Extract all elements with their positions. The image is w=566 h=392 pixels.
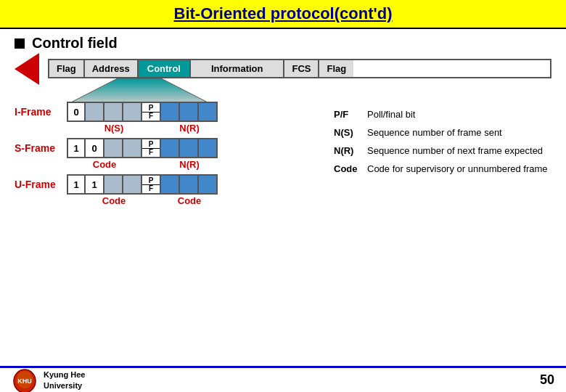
u-frame-row: U-Frame 1 1 PF Code Code xyxy=(15,174,327,206)
u-frame-label: U-Frame xyxy=(15,179,67,190)
legend-val-nr: Sequence number of next frame expected xyxy=(367,145,543,158)
u-code5 xyxy=(199,174,218,195)
legend-area: P/F Poll/final bit N(S) Sequence number … xyxy=(334,102,551,211)
main-content: Control field Flag Address Control Infor… xyxy=(0,29,566,211)
bit-ns3 xyxy=(123,102,142,122)
u-frame-cells: 1 1 PF xyxy=(67,174,218,195)
legend-pf: P/F Poll/final bit xyxy=(334,109,551,121)
legend-val-pf: Poll/final bit xyxy=(367,109,415,121)
frames-area: I-Frame 0 PF N(S) xyxy=(15,102,327,211)
cell-control: Control xyxy=(139,60,191,77)
bit-nr1 xyxy=(161,102,180,122)
legend-key-nr: N(R) xyxy=(334,145,361,156)
u-code-label2: Code xyxy=(161,195,218,206)
i-frame-cells: 0 PF xyxy=(67,102,218,122)
frame-header-bar: Flag Address Control Information FCS Fla… xyxy=(48,59,551,78)
frame-header-area: Flag Address Control Information FCS Fla… xyxy=(15,59,551,78)
u-code2 xyxy=(123,174,142,195)
s-frame-cells: 1 0 PF xyxy=(67,138,218,158)
cone-svg xyxy=(48,78,251,105)
s-code1 xyxy=(104,138,123,158)
u-pf: PF xyxy=(142,174,161,195)
s-nr3 xyxy=(199,138,218,158)
svg-marker-0 xyxy=(67,78,212,105)
s-pf: PF xyxy=(142,138,161,158)
cone-area xyxy=(48,78,551,105)
legend-nr: N(R) Sequence number of next frame expec… xyxy=(334,145,551,158)
frames-and-legend: I-Frame 0 PF N(S) xyxy=(15,102,551,211)
s-bit-1: 1 xyxy=(67,138,86,158)
page-number: 50 xyxy=(540,372,554,388)
i-frame-row: I-Frame 0 PF N(S) xyxy=(15,102,327,134)
u-code3 xyxy=(161,174,180,195)
legend-val-code: Code for supervisory or unnumbered frame xyxy=(367,163,548,176)
cell-information: Information xyxy=(191,60,285,77)
legend-val-ns: Sequence number of frame sent xyxy=(367,127,502,139)
legend-key-pf: P/F xyxy=(334,109,361,120)
s-code-label: Code xyxy=(86,159,123,170)
legend-key-code: Code xyxy=(334,163,361,174)
university-line2: University xyxy=(44,380,85,391)
university-logo: KHU Kyung Hee University xyxy=(12,367,85,393)
u-frame-bits: U-Frame 1 1 PF xyxy=(15,174,327,195)
u-code4 xyxy=(180,174,199,195)
i-frame-bits: I-Frame 0 PF xyxy=(15,102,327,122)
bullet-square xyxy=(15,38,25,49)
legend-key-ns: N(S) xyxy=(334,127,361,138)
cell-flag1: Flag xyxy=(49,60,85,77)
title-bar: Bit-Oriented protocol(cont'd) xyxy=(0,0,566,29)
nr-label: N(R) xyxy=(161,123,218,134)
bottom-bar: KHU Kyung Hee University 50 xyxy=(0,366,566,392)
cell-fcs: FCS xyxy=(284,60,319,77)
bit-pf: PF xyxy=(142,102,161,122)
cell-flag2: Flag xyxy=(319,60,353,77)
s-frame-label: S-Frame xyxy=(15,142,67,154)
s-nr1 xyxy=(161,138,180,158)
bit-0: 0 xyxy=(67,102,86,122)
s-bit-0: 0 xyxy=(86,138,104,158)
u-frame-sublabels: Code Code xyxy=(67,195,327,206)
legend-code: Code Code for supervisory or unnumbered … xyxy=(334,163,551,176)
i-frame-label: I-Frame xyxy=(15,106,67,118)
i-frame-sublabels: N(S) N(R) xyxy=(67,123,327,134)
university-line1: Kyung Hee xyxy=(44,369,85,380)
svg-text:KHU: KHU xyxy=(17,377,32,385)
cell-address: Address xyxy=(85,60,139,77)
bit-ns2 xyxy=(104,102,123,122)
ns-label: N(S) xyxy=(86,123,142,134)
university-logo-icon: KHU xyxy=(12,367,38,393)
page-title: Bit-Oriented protocol(cont'd) xyxy=(0,4,566,23)
control-field-label: Control field xyxy=(15,35,551,52)
bit-nr2 xyxy=(180,102,199,122)
legend-ns: N(S) Sequence number of frame sent xyxy=(334,127,551,139)
s-frame-row: S-Frame 1 0 PF Code N(R) xyxy=(15,138,327,170)
s-code2 xyxy=(123,138,142,158)
u-code1 xyxy=(104,174,123,195)
u-code-label1: Code xyxy=(86,195,142,206)
u-bit-1a: 1 xyxy=(67,174,86,195)
bit-nr3 xyxy=(199,102,218,122)
s-frame-bits: S-Frame 1 0 PF xyxy=(15,138,327,158)
u-bit-1b: 1 xyxy=(86,174,104,195)
s-frame-sublabels: Code N(R) xyxy=(67,159,327,170)
university-name: Kyung Hee University xyxy=(44,369,85,391)
bit-ns1 xyxy=(86,102,104,122)
s-nr2 xyxy=(180,138,199,158)
control-field-text: Control field xyxy=(32,35,118,52)
s-nr-label: N(R) xyxy=(161,159,218,170)
left-arrow-icon xyxy=(15,53,39,85)
